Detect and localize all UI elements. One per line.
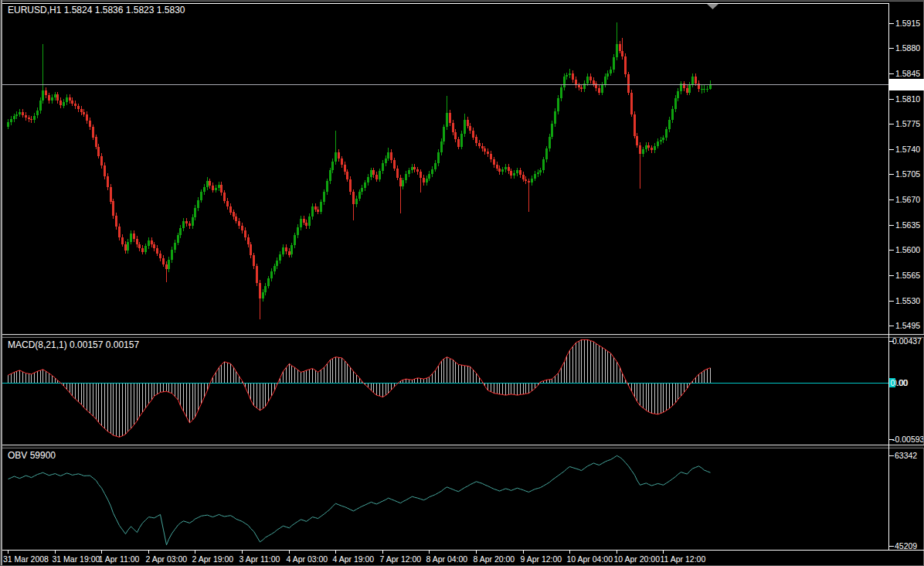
time-axis-label: 2 Apr 19:00 bbox=[192, 554, 234, 564]
price-axis-label: 1.5495 bbox=[895, 321, 920, 330]
price-axis-label: 1.5775 bbox=[895, 119, 920, 128]
candle bbox=[634, 111, 636, 138]
obv-label: OBV 59900 bbox=[8, 450, 56, 461]
time-axis-label: 8 Apr 20:00 bbox=[474, 554, 515, 564]
time-axis-label: 31 Mar 19:00 bbox=[53, 554, 100, 564]
price-axis-label: 1.5740 bbox=[895, 145, 920, 154]
candle bbox=[256, 264, 258, 286]
chart-title: EURUSD,H1 1.5824 1.5836 1.5823 1.5830 bbox=[8, 5, 185, 15]
chart-window: 1.59151.58801.58451.58101.57751.57401.57… bbox=[0, 0, 924, 566]
macd-zero-marker-rest: .00 bbox=[896, 378, 908, 387]
time-axis-label: 4 Apr 03:00 bbox=[287, 554, 328, 564]
candle bbox=[112, 199, 114, 219]
chart-canvas[interactable]: 1.59151.58801.58451.58101.57751.57401.57… bbox=[0, 0, 924, 566]
price-axis-label: 1.5670 bbox=[895, 195, 920, 204]
candle bbox=[630, 90, 633, 117]
candle bbox=[624, 53, 627, 77]
time-axis-label: 1 Apr 11:00 bbox=[99, 554, 140, 564]
time-axis-label: 11 Apr 12:00 bbox=[661, 554, 706, 564]
time-axis-label: 10 Apr 20:00 bbox=[614, 554, 661, 564]
candle bbox=[110, 184, 112, 204]
price-axis-label: 1.5705 bbox=[895, 169, 920, 179]
candle bbox=[627, 72, 630, 96]
time-axis-label: 7 Apr 12:00 bbox=[380, 554, 422, 564]
price-axis-label: 1.5600 bbox=[895, 245, 920, 254]
price-axis-label: 1.5810 bbox=[895, 94, 920, 104]
price-axis-label: 1.5565 bbox=[895, 271, 920, 280]
price-axis-label: 1.5530 bbox=[895, 296, 920, 305]
time-axis-label: 4 Apr 19:00 bbox=[333, 554, 375, 564]
macd-label: MACD(8,21,1) 0.00157 0.00157 bbox=[8, 339, 139, 350]
time-axis-label: 3 Apr 11:00 bbox=[239, 554, 280, 564]
current-price-box: 1.5830 bbox=[889, 79, 924, 90]
macd-axis-label: -0.00593 bbox=[892, 435, 924, 444]
time-axis-label: 2 Apr 03:00 bbox=[146, 554, 188, 564]
price-axis-label: 1.5635 bbox=[895, 220, 920, 230]
price-axis-label: 1.5880 bbox=[895, 43, 920, 53]
obv-axis-label: 45209 bbox=[895, 541, 917, 551]
price-axis-label: 1.5845 bbox=[895, 69, 920, 78]
candle bbox=[443, 124, 445, 145]
time-axis-label: 31 Mar 2008 bbox=[3, 554, 49, 564]
current-price-value: 1.5830 bbox=[893, 80, 918, 90]
time-axis-label: 8 Apr 04:00 bbox=[426, 554, 468, 564]
macd-zero-marker: 0 .00 bbox=[889, 378, 908, 387]
macd-zero-marker-char: 0 bbox=[891, 378, 895, 387]
time-axis-label: 10 Apr 04:00 bbox=[567, 554, 613, 564]
price-axis-label: 1.5915 bbox=[895, 19, 920, 28]
time-axis-label: 9 Apr 12:00 bbox=[521, 554, 562, 564]
panel-separator[interactable] bbox=[2, 334, 924, 338]
obv-axis-label: 63342 bbox=[895, 451, 917, 460]
panel-separator[interactable] bbox=[2, 445, 924, 448]
